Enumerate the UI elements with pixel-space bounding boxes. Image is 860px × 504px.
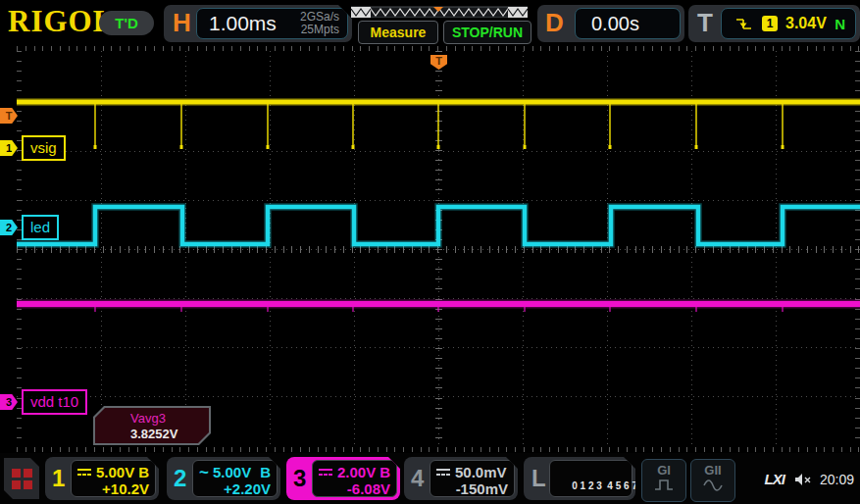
trigger-source-channel-badge: 1 <box>762 16 778 31</box>
bottom-graticule-ticks <box>17 447 860 452</box>
generator2-button[interactable]: GII <box>690 459 735 502</box>
channel1-offset: +10.2V <box>77 480 149 497</box>
channel1-status-box[interactable]: 1 5.00V B +10.2V <box>45 457 159 500</box>
menu-grid-icon <box>12 469 32 489</box>
ac-coupling-icon: ~ <box>199 468 209 478</box>
clock: 20:09 <box>820 472 854 487</box>
footer-bar: 1 5.00V B +10.2V 2 ~ 5.00V B +2.20V 3 <box>0 453 860 504</box>
channel4-status-box[interactable]: 4 50.0mV -150mV <box>404 457 518 500</box>
sine-wave-icon <box>702 479 724 491</box>
channel2-bandwidth-limit: B <box>260 464 271 480</box>
channel4-scale: 50.0mV <box>455 464 507 480</box>
delay-value[interactable]: 0.00s <box>576 13 639 35</box>
waveform-traces <box>0 51 860 447</box>
square-wave-icon <box>653 479 675 491</box>
dc-coupling-icon <box>436 468 450 477</box>
measurement-popup[interactable]: Vavg3 3.8252V <box>93 406 211 445</box>
measurement-name: Vavg3 <box>130 411 209 426</box>
trigger-level-value[interactable]: 3.04V <box>785 15 827 32</box>
trigger-mode-indicator: N <box>835 16 845 32</box>
dc-coupling-icon <box>77 468 91 477</box>
channel3-status-box[interactable]: 3 2.00V B -6.08V <box>286 457 400 500</box>
logic-row1: 0 1 2 3 4 5 6 7 <box>572 480 637 491</box>
timebase-value[interactable]: 1.00ms <box>197 12 277 35</box>
horizontal-label: H <box>173 8 191 38</box>
channel1-scale: 5.00V <box>96 464 134 480</box>
channel2-offset: +2.20V <box>199 480 271 497</box>
channel2-number: 2 <box>174 465 186 492</box>
channel4-number: 4 <box>411 465 424 492</box>
channel4-offset: -150mV <box>436 480 508 497</box>
delay-label: D <box>545 8 564 38</box>
trigger-label: T <box>697 8 713 38</box>
measurement-value: 3.8252V <box>130 427 209 441</box>
dc-coupling-icon <box>319 468 332 477</box>
waveform-memory-bar[interactable] <box>351 6 528 18</box>
generator1-label: GI <box>642 463 685 478</box>
lxi-indicator: LXI <box>765 471 784 487</box>
generator1-button[interactable]: GI <box>641 459 686 502</box>
channel3-name-label[interactable]: vdd t10 <box>22 389 87 415</box>
channel1-bandwidth-limit: B <box>138 464 149 480</box>
generator2-label: GII <box>691 463 734 478</box>
channel3-scale: 2.00V <box>337 464 376 480</box>
measure-button[interactable]: Measure <box>358 21 438 44</box>
channel3-number: 3 <box>293 465 306 492</box>
channel1-name-label[interactable]: vsig <box>22 135 66 161</box>
channel3-offset: -6.08V <box>319 480 390 497</box>
stop-run-button[interactable]: STOP/RUN <box>443 21 531 44</box>
horizontal-settings-box[interactable]: H 1.00ms 2GSa/s 25Mpts <box>164 5 352 42</box>
trigger-status-badge: T'D <box>99 11 154 35</box>
logic-channels-box[interactable]: L 0 1 2 3 4 5 6 7 8 9 1011 12131415 <box>524 457 635 500</box>
channel2-scale: 5.00V <box>213 464 251 480</box>
channel1-number: 1 <box>52 465 65 492</box>
trigger-settings-box[interactable]: T 1 3.04V N <box>688 5 860 42</box>
memory-depth: 25Mpts <box>301 23 339 36</box>
header-bar: RIGOL T'D H 1.00ms 2GSa/s 25Mpts Measure… <box>0 0 860 51</box>
speaker-muted-icon[interactable] <box>794 473 812 486</box>
delay-settings-box[interactable]: D 0.00s <box>537 5 684 42</box>
menu-button[interactable] <box>4 458 39 499</box>
logic-label: L <box>531 465 546 492</box>
channel2-name-label[interactable]: led <box>22 215 59 240</box>
oscilloscope-screen: RIGOL T'D H 1.00ms 2GSa/s 25Mpts Measure… <box>0 0 860 504</box>
waveform-display-area[interactable]: T T 1 vsig 2 led 3 vdd t10 Vavg3 3.8252V <box>0 51 860 447</box>
trigger-slope-falling-icon <box>735 17 752 31</box>
channel3-bandwidth-limit: B <box>379 464 390 480</box>
sample-rate: 2GSa/s <box>300 10 339 24</box>
channel2-status-box[interactable]: 2 ~ 5.00V B +2.20V <box>167 457 280 500</box>
